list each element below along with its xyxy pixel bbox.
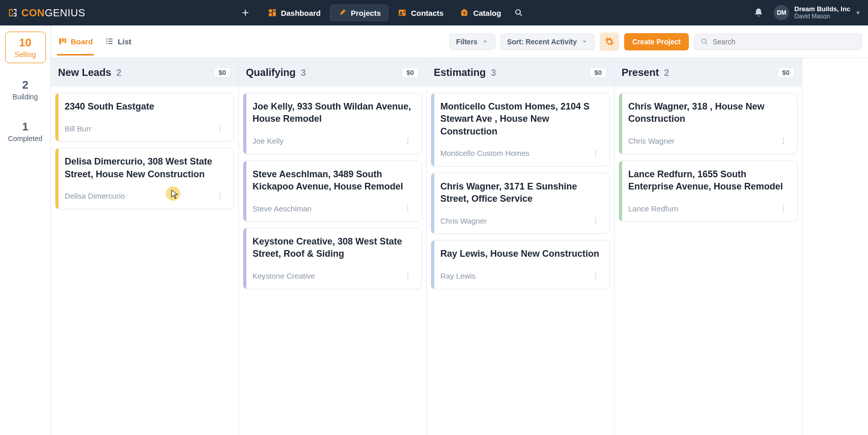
search-icon [514, 8, 523, 17]
svg-point-49 [783, 141, 784, 142]
column-present: Present 2 $0 Chris Wagner, 318 , House N… [614, 58, 802, 435]
card-contact: Monticello Custom Homes [440, 149, 529, 157]
svg-line-23 [706, 43, 707, 44]
card-menu-button[interactable] [778, 135, 789, 147]
kanban-board: New Leads 2 $0 2340 South Eastgate Bill … [51, 58, 868, 435]
column-amount: $0 [402, 67, 419, 78]
svg-point-22 [702, 39, 706, 43]
card-menu-button[interactable] [214, 123, 226, 134]
create-label: Create Project [632, 38, 681, 46]
project-card[interactable]: Steve Aeschlman, 3489 South Kickapoo Ave… [243, 160, 422, 222]
card-menu-button[interactable] [778, 203, 789, 214]
sidebar-label: Building [13, 93, 38, 101]
project-card[interactable]: Lance Redfurn, 1655 South Enterprise Ave… [619, 160, 798, 222]
svg-rect-13 [59, 38, 61, 44]
card-contact: Chris Wagner [628, 137, 675, 145]
svg-rect-19 [108, 41, 113, 42]
column-body[interactable]: 2340 South Eastgate Bill Burr Delisa Dim… [51, 87, 238, 435]
board-icon [58, 37, 67, 46]
svg-rect-3 [269, 13, 272, 16]
tab-board-label: Board [71, 37, 93, 46]
project-card[interactable]: 2340 South Eastgate Bill Burr [55, 93, 234, 142]
brand-con: CON [21, 7, 45, 18]
projects-icon [338, 8, 347, 17]
card-title: Ray Lewis, House New Construction [440, 248, 601, 260]
add-button[interactable] [238, 6, 253, 20]
svg-point-44 [595, 223, 596, 224]
svg-point-53 [783, 210, 784, 211]
card-menu-button[interactable] [402, 270, 413, 282]
sort-button[interactable]: Sort: Recent Activity [500, 34, 595, 50]
account-menu[interactable]: DM Dream Builds, Inc David Mason ▼ [774, 5, 861, 20]
nav-projects[interactable]: Projects [330, 5, 388, 21]
chevron-down-icon [482, 38, 489, 45]
tab-list[interactable]: List [104, 28, 132, 56]
column-new-leads: New Leads 2 $0 2340 South Eastgate Bill … [51, 58, 239, 435]
column-amount: $0 [777, 67, 795, 78]
svg-point-34 [407, 208, 408, 209]
column-body[interactable]: Joe Kelly, 933 South Wildan Avenue, Hous… [239, 87, 426, 435]
sidebar-count: 10 [19, 36, 31, 49]
column-amount: $0 [590, 67, 607, 78]
sidebar-item-building[interactable]: 2 Building [5, 74, 46, 105]
project-card[interactable]: Chris Wagner, 3171 E Sunshine Street, Of… [431, 173, 610, 234]
project-card[interactable]: Keystone Creative, 308 West State Street… [243, 228, 422, 289]
nav-dashboard[interactable]: Dashboard [261, 5, 328, 20]
column-title: Qualifying [246, 67, 296, 78]
card-menu-button[interactable] [590, 148, 601, 159]
card-menu-button[interactable] [402, 135, 413, 147]
project-card[interactable]: Delisa Dimercurio, 308 West State Street… [55, 148, 234, 209]
filters-button[interactable]: Filters [450, 34, 495, 50]
search-input[interactable] [713, 38, 855, 46]
nav-search[interactable] [510, 5, 527, 20]
sidebar-item-selling[interactable]: 10 Selling [5, 32, 46, 63]
create-project-button[interactable]: Create Project [624, 33, 689, 50]
svg-point-46 [595, 276, 596, 277]
card-menu-button[interactable] [214, 191, 226, 202]
card-contact: Lance Redfurn [628, 204, 678, 213]
nav-catalog[interactable]: $ Catalog [453, 5, 508, 20]
stage-sidebar: 10 Selling 2 Building 1 Completed [0, 25, 51, 435]
project-card[interactable]: Chris Wagner, 318 , House New Constructi… [619, 93, 798, 154]
nav-center: Dashboard Projects Contacts $ Catalog [238, 5, 528, 21]
project-card[interactable]: Ray Lewis, House New Construction Ray Le… [431, 240, 610, 289]
svg-point-16 [106, 38, 107, 39]
column-header: Estimating 3 $0 [427, 58, 614, 87]
card-menu-button[interactable] [590, 215, 601, 226]
card-menu-button[interactable] [402, 203, 413, 214]
sidebar-item-completed[interactable]: 1 Completed [5, 116, 46, 147]
svg-point-27 [219, 193, 220, 194]
svg-point-25 [219, 128, 220, 129]
board-settings-button[interactable] [600, 33, 619, 51]
view-tabs: Board List [57, 28, 132, 56]
card-title: Keystone Creative, 308 West State Street… [253, 235, 413, 260]
column-header: Present 2 $0 [614, 58, 802, 87]
account-company: Dream Builds, Inc [794, 6, 850, 13]
svg-point-33 [407, 205, 408, 206]
card-contact: Keystone Creative [253, 271, 315, 280]
svg-rect-21 [108, 43, 113, 44]
column-body[interactable]: Monticello Custom Homes, 2104 S Stewart … [427, 87, 614, 435]
avatar-initials: DM [777, 9, 787, 16]
project-card[interactable]: Joe Kelly, 933 South Wildan Avenue, Hous… [243, 93, 422, 154]
column-amount: $0 [214, 67, 231, 78]
sidebar-count: 1 [22, 120, 28, 133]
gear-icon [604, 37, 614, 47]
top-navbar: CONGENIUS Dashboard Projects Contacts $ [0, 0, 868, 25]
project-card[interactable]: Monticello Custom Homes, 2104 S Stewart … [431, 93, 610, 167]
column-qualifying: Qualifying 3 $0 Joe Kelly, 933 South Wil… [239, 58, 427, 435]
toolbar: Board List Filters Sort: Recent Activity [51, 25, 868, 58]
brand-logo[interactable]: CONGENIUS [7, 7, 86, 19]
sidebar-label: Completed [8, 134, 43, 143]
nav-dashboard-label: Dashboard [281, 9, 321, 17]
card-menu-button[interactable] [590, 270, 601, 282]
search-box[interactable] [694, 34, 862, 50]
svg-point-42 [595, 218, 596, 219]
nav-contacts[interactable]: Contacts [390, 5, 451, 20]
svg-point-45 [595, 273, 596, 274]
chevron-down-icon: ▼ [855, 10, 861, 16]
notifications-icon[interactable] [753, 8, 764, 18]
column-body[interactable]: Chris Wagner, 318 , House New Constructi… [614, 87, 802, 435]
list-icon [105, 37, 114, 46]
tab-board[interactable]: Board [57, 28, 94, 56]
